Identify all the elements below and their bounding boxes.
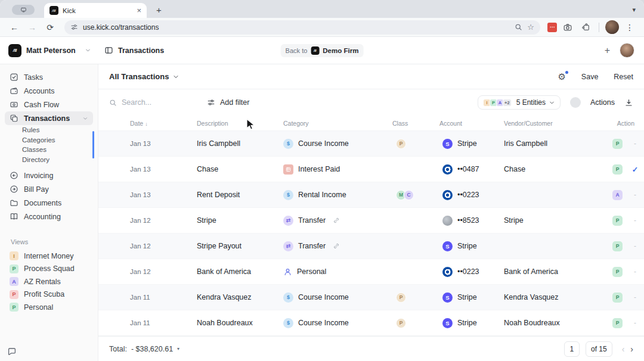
cell-action[interactable]: P- — [612, 139, 644, 149]
cell-class[interactable]: P — [392, 292, 439, 303]
table-row[interactable]: Jan 13Iris Campbell$Course IncomePSStrip… — [98, 131, 644, 157]
column-header-date[interactable]: Date↓ — [130, 120, 197, 127]
table-row[interactable]: Jan 12Bank of AmericaPersonal••0223Bank … — [98, 259, 644, 285]
previous-page-icon[interactable]: ‹ — [622, 345, 625, 353]
user-avatar[interactable] — [620, 43, 634, 58]
cell-category[interactable]: $Course Income — [283, 318, 392, 328]
cell-action[interactable]: P- — [612, 216, 644, 226]
cell-category[interactable]: Interest Paid — [283, 164, 392, 175]
table-row[interactable]: Jan 12Stripe⇄Transfer••8523StripeP- — [98, 208, 644, 234]
column-header-vendor[interactable]: Vendor/Customer — [504, 120, 612, 127]
sidebar-subitem-classes[interactable]: Classes — [0, 145, 98, 155]
sidebar-item-invoicing[interactable]: Invoicing — [5, 169, 93, 182]
column-header-category[interactable]: Category — [283, 120, 392, 127]
browser-tab-kick[interactable]: /II Kick × — [44, 3, 147, 18]
column-header-account[interactable]: Account — [439, 120, 504, 127]
reset-button[interactable]: Reset — [614, 73, 633, 81]
sidebar-subitem-rules[interactable]: Rules — [0, 125, 98, 135]
table-row[interactable]: Jan 11Kendra Vasquez$Course IncomePSStri… — [98, 285, 644, 310]
tabstrip-chevron-icon[interactable]: ▾ — [632, 7, 636, 13]
cell-class[interactable]: MC — [392, 190, 439, 200]
new-tab-button[interactable]: + — [156, 5, 162, 14]
sidebar-item-bill-pay[interactable]: Bill Pay — [5, 182, 93, 196]
extensions-puzzle-icon[interactable] — [578, 20, 593, 35]
tab-close-icon[interactable]: × — [137, 7, 141, 14]
cell-action[interactable]: A- — [612, 190, 644, 200]
table-row[interactable]: Jan 11Noah Boudreaux$Course IncomePSStri… — [98, 310, 644, 336]
sidebar-toggle-icon[interactable] — [104, 46, 113, 55]
cell-action[interactable]: P- — [612, 318, 644, 328]
browser-menu-icon[interactable]: ⋮ — [623, 20, 637, 35]
download-icon[interactable] — [624, 98, 633, 107]
settings-gear-button[interactable]: ⚙ — [558, 72, 565, 81]
search-input[interactable]: Search... — [109, 98, 193, 107]
column-header-action[interactable]: Action — [612, 120, 644, 127]
sidebar-subitem-directory[interactable]: Directory — [0, 155, 98, 165]
total-label: Total: — [109, 345, 127, 353]
table-row[interactable]: Jan 13Rent Deposit$Rental IncomeMC••0223… — [98, 182, 644, 208]
table-row[interactable]: Jan 12Stripe Payout⇄TransferSStripeP- — [98, 234, 644, 259]
sidebar-view-process-squad[interactable]: PProcess Squad — [5, 263, 93, 276]
sidebar-subitem-categories[interactable]: Categories — [0, 135, 98, 145]
dash-icon[interactable]: - — [631, 242, 639, 250]
add-filter-button[interactable]: Add filter — [207, 98, 249, 107]
screenshot-extension-icon[interactable] — [561, 20, 575, 35]
url-text[interactable]: use.kick.co/transactions — [83, 23, 510, 32]
sidebar-view-az-rentals[interactable]: AAZ Rentals — [5, 275, 93, 288]
chat-bubble-icon[interactable] — [7, 347, 17, 356]
total-dropdown[interactable]: Total: - $38,620.61 ▾ — [109, 345, 179, 353]
cell-class[interactable]: P — [392, 318, 439, 328]
sidebar-view-profit-scuba[interactable]: PProfit Scuba — [5, 288, 93, 301]
cell-action[interactable]: P✓ — [612, 164, 644, 175]
dash-icon[interactable]: - — [631, 191, 639, 199]
sidebar-item-documents[interactable]: Documents — [5, 196, 93, 210]
workspace-switcher[interactable]: /II Matt Peterson — [0, 44, 98, 57]
cell-category[interactable]: ⇄Transfer — [283, 241, 392, 251]
sidebar-item-accounting[interactable]: Accounting — [5, 210, 93, 223]
cell-category[interactable]: $Course Income — [283, 139, 392, 149]
dash-icon[interactable]: - — [631, 319, 639, 327]
cell-category[interactable]: $Rental Income — [283, 190, 392, 200]
actions-button[interactable]: Actions — [590, 98, 615, 107]
bookmark-star-icon[interactable]: ☆ — [527, 23, 534, 31]
sidebar-view-personal[interactable]: PPersonal — [5, 301, 93, 314]
dash-icon[interactable]: - — [631, 216, 639, 225]
reload-button[interactable]: ⟳ — [43, 20, 57, 35]
table-toolbar: Search... Add filter IPA+2 5 Entities Ac… — [98, 89, 644, 116]
cell-action[interactable]: P- — [612, 292, 644, 303]
url-bar[interactable]: use.kick.co/transactions ☆ — [64, 20, 540, 35]
view-selector-dropdown[interactable]: All Transactions — [109, 72, 179, 81]
cell-category[interactable]: Personal — [283, 267, 392, 276]
save-button[interactable]: Save — [581, 73, 599, 81]
cell-class[interactable]: P — [392, 139, 439, 149]
sidebar-item-tasks[interactable]: Tasks — [5, 70, 93, 84]
entities-dropdown[interactable]: IPA+2 5 Entities — [478, 95, 561, 110]
back-to-firm-button[interactable]: Back to /II Demo Firm — [281, 44, 364, 57]
column-header-class[interactable]: Class — [392, 120, 439, 127]
toggle-dot[interactable] — [570, 97, 581, 108]
back-button[interactable]: ← — [7, 20, 21, 35]
table-row[interactable]: Jan 13ChaseInterest Paid••0487ChaseP✓ — [98, 157, 644, 182]
next-page-icon[interactable]: › — [630, 345, 633, 353]
dash-icon[interactable]: - — [631, 293, 639, 301]
sidebar-view-internet-money[interactable]: IInternet Money — [5, 250, 93, 263]
site-settings-icon[interactable] — [70, 23, 78, 31]
sidebar-item-transactions[interactable]: Transactions — [5, 111, 93, 125]
sidebar-item-accounts[interactable]: Accounts — [5, 84, 93, 98]
cell-action[interactable]: P- — [612, 267, 644, 277]
sidebar-item-cash-flow[interactable]: Cash Flow — [5, 98, 93, 111]
cell-category[interactable]: ⇄Transfer — [283, 216, 392, 226]
forward-button[interactable]: → — [25, 20, 39, 35]
extension-red-icon[interactable]: ⋯ — [547, 23, 557, 32]
page-number-input[interactable]: 1 — [564, 341, 580, 357]
browser-profile-avatar[interactable] — [605, 20, 619, 34]
check-icon[interactable]: ✓ — [631, 165, 639, 174]
add-button[interactable]: + — [605, 46, 610, 55]
column-header-description[interactable]: Description — [197, 120, 283, 127]
dash-icon[interactable]: - — [631, 139, 639, 148]
cell-action[interactable]: P- — [612, 241, 644, 251]
zoom-icon[interactable] — [515, 23, 522, 31]
cell-category[interactable]: $Course Income — [283, 292, 392, 303]
tab-organize-button[interactable] — [12, 5, 35, 15]
dash-icon[interactable]: - — [631, 267, 639, 276]
